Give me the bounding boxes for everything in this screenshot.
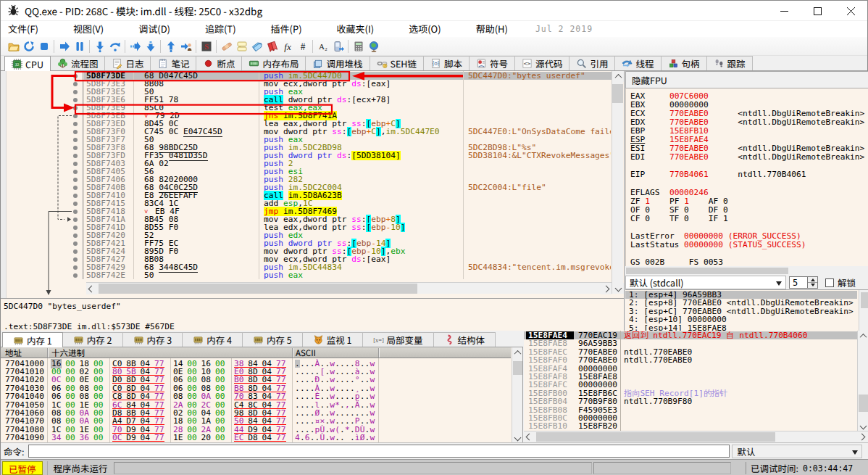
hexdump-pane[interactable]: 地址 十六进制 ASCII 7704100016001800C08B047714… (1, 347, 523, 442)
stack-hscrollbar[interactable] (524, 431, 868, 442)
scrollbar-thumb[interactable] (536, 432, 775, 442)
menu-item-i[interactable]: 收藏夹(I) (320, 21, 392, 37)
scrollbar-button[interactable] (86, 283, 97, 294)
toolbar-open-folder-button[interactable] (6, 38, 21, 54)
stack-row[interactable]: 15E8FB0C00000000 (524, 414, 857, 422)
toolbar-trace-over-button[interactable] (143, 38, 158, 54)
menu-item-t[interactable]: 追踪(T) (188, 21, 254, 37)
menu-item-o[interactable]: 选项(O) (391, 21, 458, 37)
disasm-hscrollbar[interactable] (86, 282, 612, 294)
disasm-row[interactable]: 5D8F74036A 02push 2 (84, 160, 612, 168)
register-row[interactable]: CF 0 TF 0 IF 1 (630, 215, 728, 223)
scrollbar-button[interactable] (612, 71, 624, 82)
menu-item-d[interactable]: 调试(D) (121, 21, 188, 37)
toolbar-pause-button[interactable] (72, 38, 87, 54)
arguments-vscrollbar[interactable] (859, 290, 868, 331)
toolbar-close-button[interactable] (36, 38, 51, 54)
stack-vscrollbar[interactable] (857, 331, 868, 431)
menu-item-f[interactable]: 文件(F) (1, 21, 56, 37)
stack-row[interactable]: 15E8FAF815E8FAE8 (524, 373, 857, 381)
toolbar-calculator-button[interactable] (351, 38, 366, 54)
dump-tab-6[interactable]: 监视 1 (302, 332, 363, 347)
tab-references-magnifier[interactable]: 引用 (569, 56, 615, 70)
minimize-button[interactable] (767, 1, 801, 21)
stack-pane[interactable]: 15E8FAE4770EAC19返回到 ntdll.770EAC19 自 ntd… (524, 331, 868, 442)
hide-fpu-button[interactable]: 隐藏FPU (625, 71, 868, 88)
toolbar-label-button[interactable] (249, 38, 264, 54)
arg-count-spinner[interactable]: 5 (789, 276, 808, 289)
dump-tab-7[interactable]: [x=]局部变量 (362, 332, 434, 347)
toolbar-execute-till-return-button[interactable] (163, 38, 178, 54)
maximize-button[interactable] (801, 1, 834, 21)
register-row[interactable]: EDI 770EABE0 <ntdll.DbgUiRemoteBreakin> (630, 153, 864, 162)
tab-symbols-book[interactable]: 符号 (469, 56, 515, 70)
tab-memory-map[interactable]: 内存布局 (241, 56, 306, 70)
tab-seh-chain[interactable]: ?SEH链 (370, 56, 424, 70)
menu-item-v[interactable]: 视图(V) (56, 21, 121, 37)
scrollbar-button[interactable] (524, 431, 535, 442)
command-profile-combobox[interactable]: 默认 (732, 445, 862, 458)
hexdump-row[interactable]: 770410200C000E00D08D047706000800B08D0477… (1, 376, 511, 384)
tab-breakpoint-dot[interactable]: 断点 (196, 56, 242, 70)
tab-script-braces[interactable]: {o}脚本 (423, 56, 470, 70)
tab-graph-tree[interactable]: 流程图 (50, 56, 106, 70)
arguments-list[interactable]: 1: [esp+4] 96A59BB32: [esp+8] 770EABE0 <… (625, 289, 868, 331)
scrollbar-thumb[interactable] (99, 284, 417, 294)
tab-log-page[interactable]: 日志 (104, 56, 151, 70)
toolbar-patches-button[interactable] (219, 38, 234, 54)
tab-source-code[interactable]: <>源代码 (514, 56, 570, 70)
stack-row[interactable]: 15E8FB0015E8FB6C指向SEH_Record[1]的指针 (524, 389, 857, 397)
hexdump-vscrollbar[interactable] (512, 347, 523, 442)
scrollbar-button[interactable] (512, 432, 523, 442)
disasm-row[interactable]: 5D8F73F0C745 0C E047C45Dmov dword ptr ss… (84, 128, 612, 136)
disasm-row[interactable]: 5D8F742E50push eax (84, 271, 612, 279)
stack-row[interactable]: 15E8FB1015E8FB20 (524, 422, 857, 430)
stack-row[interactable]: 15E8FAE896A59BB3 (524, 339, 857, 347)
argument-row[interactable]: 4: [esp+10] 00000000 (625, 315, 857, 323)
toolbar-step-into-button[interactable] (92, 38, 107, 54)
hexdump-row[interactable]: 77041090340036000CD904771E002000ECD80477… (1, 434, 511, 442)
stack-row[interactable]: 15E8FAEC770EABE0ntdll.770EABE0 (524, 348, 857, 356)
dump-tab-4[interactable]: 内存 4 (182, 332, 243, 347)
tab-call-stack[interactable]: 调用堆栈 (305, 56, 370, 70)
hexdump-row[interactable]: 7704104006000800C88D047708000A0070830477… (1, 392, 511, 400)
stack-row[interactable]: 15E8FAF400000000 (524, 365, 857, 373)
stack-row[interactable]: 15E8FAF0770EABE0ntdll.770EABE0 (524, 356, 857, 364)
scrollbar-button[interactable] (858, 421, 868, 431)
dump-tab-2[interactable]: 内存 2 (62, 332, 123, 347)
disassembly-pane[interactable]: 5D8F73DE68 D047C45Dpush im.5DC447D05DC44… (1, 71, 625, 298)
arg-count-spin-buttons[interactable] (808, 276, 818, 289)
disasm-row[interactable]: 5D8F73E38B08mov ecx,dword ptr ds:[eax] (84, 80, 612, 88)
menu-item-h[interactable]: 帮助(H) (459, 21, 525, 37)
toolbar-comment-button[interactable] (234, 38, 249, 54)
scrollbar-button[interactable] (858, 331, 868, 341)
close-button[interactable] (834, 1, 867, 21)
menu-item-p[interactable]: 插件(P) (254, 21, 320, 37)
argument-row[interactable]: 5: [esp+14] 15E8FAE8 (625, 324, 857, 331)
dump-tab-1[interactable]: 内存 1 (2, 332, 63, 347)
toolbar-run-to-user-code-button[interactable] (178, 38, 193, 54)
toolbar-trace-into-button[interactable] (128, 38, 143, 54)
toolbar-notes-device-button[interactable] (330, 38, 346, 54)
dump-tab-5[interactable]: 内存 5 (242, 332, 303, 347)
dump-tab-8[interactable]: 结构体 (433, 332, 496, 347)
disasm-row[interactable]: 5D8F742968 3448C45Dpush im.5DC448345DC44… (84, 263, 612, 271)
tab-threads-arrows[interactable]: 线程 (614, 56, 661, 70)
register-row[interactable]: EIP 770B4061 ntdll.770B4061 (630, 170, 806, 179)
unlock-checkbox[interactable] (825, 278, 834, 287)
register-list[interactable]: EAX 007C6000EBX 00000000ECX 770EABE0 <nt… (625, 88, 868, 266)
toolbar-restart-button[interactable] (21, 38, 36, 54)
register-row[interactable]: GS 002B FS 0053 (630, 258, 723, 266)
scrollbar-button[interactable] (512, 347, 523, 358)
stack-row[interactable]: 15E8FB04770B9F80ntdll.770B9F80 (524, 397, 857, 405)
scrollbar-thumb[interactable] (861, 292, 868, 308)
stack-row[interactable]: 15E8FAFC00000000 (524, 381, 857, 389)
disasm-row[interactable]: 5D8F741D8D55 F0lea edx,dword ptr ss:[ebp… (84, 223, 612, 231)
disasm-vscrollbar[interactable] (612, 71, 623, 294)
tab-trace-footprints[interactable]: 跟踪 (706, 56, 753, 70)
command-input[interactable] (28, 445, 730, 458)
toolbar-bookmark-button[interactable] (264, 38, 280, 54)
scrollbar-thumb[interactable] (626, 268, 788, 274)
hexdump-row[interactable]: 7704107008000A00A4D7047718001A0050840477… (1, 417, 511, 425)
register-hscrollbar[interactable] (625, 266, 868, 276)
